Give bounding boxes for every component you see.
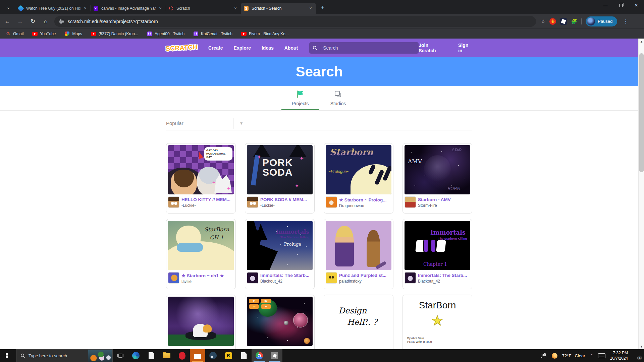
bookmark-youtube[interactable]: YouTube xyxy=(32,31,56,37)
project-card[interactable]: Design HelP.. ? xyxy=(324,295,393,349)
author-avatar[interactable] xyxy=(405,272,416,284)
address-bar[interactable]: scratch.mit.edu/search/projects?q=starbo… xyxy=(54,16,536,27)
author-avatar[interactable] xyxy=(247,196,258,208)
taskbar-app-riot[interactable] xyxy=(174,349,190,362)
restore-button[interactable] xyxy=(613,0,629,11)
project-thumbnail[interactable]: Immortals The Starborn Killing Chapter 1 xyxy=(405,221,470,270)
bookmark-dancin[interactable]: (5377) Dancin (Kron... xyxy=(91,31,138,37)
project-card[interactable]: Immortals The Starborn Killing Proluge I… xyxy=(245,219,315,289)
browser-menu-icon[interactable]: ⋮ xyxy=(623,18,629,24)
taskbar-app-roblox-active[interactable] xyxy=(267,349,282,362)
tab-projects[interactable]: Projects xyxy=(281,86,319,110)
sort-filter-value[interactable]: Popular xyxy=(166,120,183,126)
bookmark-fivem[interactable]: Fivem - Bind Any Ke... xyxy=(241,31,289,37)
adblock-extension-icon[interactable]: ✋ xyxy=(549,18,556,25)
start-button[interactable] xyxy=(0,349,16,362)
author-avatar[interactable] xyxy=(247,272,258,284)
project-thumbnail[interactable] xyxy=(326,221,391,270)
project-author-link[interactable]: lavilie xyxy=(181,279,224,284)
scrollbar-thumb[interactable] xyxy=(639,53,644,172)
dropdown-arrow-icon[interactable]: ▼ xyxy=(239,121,244,126)
project-title-link[interactable]: Immortals: The Starb... xyxy=(418,273,467,278)
tab-close-icon[interactable]: × xyxy=(158,6,163,11)
project-title-link[interactable]: Punz and Purpled st... xyxy=(339,273,386,278)
project-card[interactable]: STAR AMV BORN Starborn - AMV Storm-Fire xyxy=(402,143,472,214)
join-scratch-button[interactable]: Join Scratch xyxy=(419,43,445,53)
scratch-logo[interactable]: SCRATCH xyxy=(165,43,198,52)
taskbar-app-store-active[interactable] xyxy=(190,349,205,362)
people-icon[interactable] xyxy=(540,353,547,358)
project-author-link[interactable]: Blackout_42 xyxy=(260,279,309,284)
author-avatar[interactable] xyxy=(168,196,179,208)
project-card[interactable]: PORK SODA ✦ ✦ ✦ PORK SODA // MEM... -Luc… xyxy=(245,143,315,214)
bookmark-agent00[interactable]: Agent00 - Twitch xyxy=(147,31,184,37)
taskbar-app-notepad[interactable] xyxy=(144,349,159,362)
project-title-link[interactable]: PORK SODA // MEM... xyxy=(260,197,307,202)
nav-link-ideas[interactable]: Ideas xyxy=(262,45,274,51)
project-thumbnail[interactable]: PORK SODA ✦ ✦ ✦ xyxy=(247,145,313,194)
close-window-button[interactable]: × xyxy=(629,0,644,11)
reload-button[interactable]: ↻ xyxy=(28,16,38,27)
forward-button[interactable]: → xyxy=(15,16,25,27)
author-avatar[interactable] xyxy=(405,196,416,208)
home-button[interactable]: ⌂ xyxy=(40,16,51,27)
tray-expand-chevron[interactable]: ⌃ xyxy=(590,353,593,358)
project-card[interactable]: Starborn ~Prologue~ ★ Starborn ~ Prolog.… xyxy=(324,143,393,214)
search-highlight-image[interactable] xyxy=(88,350,112,362)
extensions-puzzle-icon[interactable]: 🧩 xyxy=(571,18,577,24)
profile-paused-pill[interactable]: Paused xyxy=(586,16,617,26)
dice-extension-icon[interactable] xyxy=(560,18,567,25)
project-author-link[interactable]: Dragonoowoo xyxy=(339,203,387,208)
tab-scratch[interactable]: Scratch × xyxy=(166,3,241,14)
action-center-button[interactable]: 4 xyxy=(633,352,641,359)
clock-widget[interactable]: 7:32 PM 10/7/2024 xyxy=(610,350,628,361)
project-thumbnail[interactable]: Immortals The Starborn Killing Proluge xyxy=(247,221,313,270)
tab-close-icon[interactable]: × xyxy=(83,6,88,11)
project-title-link[interactable]: ★ Starborn ~ ch1 ★ xyxy=(181,273,224,278)
project-title-link[interactable]: Immortals: The Starb... xyxy=(260,273,309,278)
project-author-link[interactable]: paladinsfoxy xyxy=(339,279,386,284)
project-card[interactable]: 0 50 10 0 xyxy=(245,295,315,349)
nav-link-explore[interactable]: Explore xyxy=(234,45,251,51)
bookmark-gmail[interactable]: GGmail xyxy=(5,31,23,37)
task-view-button[interactable] xyxy=(113,349,128,362)
project-thumbnail[interactable]: Starborn ~Prologue~ xyxy=(326,145,391,194)
back-button[interactable]: ← xyxy=(2,16,13,27)
taskbar-app-explorer[interactable] xyxy=(159,349,174,362)
nav-link-create[interactable]: Create xyxy=(208,45,223,51)
taskbar-app-rockstar[interactable]: R xyxy=(221,349,236,362)
page-scrollbar[interactable]: ▲ ▼ xyxy=(638,39,644,349)
bookmark-kaicenat[interactable]: KaiCenat - Twitch xyxy=(193,31,232,37)
tab-close-icon[interactable]: × xyxy=(233,6,238,11)
project-author-link[interactable]: Blackout_42 xyxy=(418,279,467,284)
scratch-search-input[interactable]: Search xyxy=(309,42,419,54)
project-thumbnail[interactable] xyxy=(168,297,234,346)
minimize-button[interactable]: — xyxy=(598,0,613,11)
bookmark-star-icon[interactable]: ☆ xyxy=(541,18,545,24)
project-author-link[interactable]: Storm-Fire xyxy=(418,203,451,208)
tab-studios[interactable]: Studios xyxy=(319,86,357,110)
project-thumbnail[interactable]: STAR AMV BORN xyxy=(405,145,470,194)
weather-moon-icon[interactable] xyxy=(552,353,557,359)
nav-link-about[interactable]: About xyxy=(284,45,298,51)
tab-search-chevron-icon[interactable]: ⌄ xyxy=(3,1,14,13)
author-avatar[interactable] xyxy=(168,272,179,284)
project-card[interactable]: ✦ ✦ GAY GAY HOMOSEXUAL GAY HELLO KITTY /… xyxy=(166,143,236,214)
project-card[interactable]: StarBornCH 1 ★ Starborn ~ ch1 ★ lavilie xyxy=(166,219,236,289)
taskbar-app-chrome-active[interactable] xyxy=(252,349,267,362)
project-card[interactable]: StarBorn ★ By Alice VerePEAC Write It 20… xyxy=(402,295,472,349)
taskbar-app-steam[interactable] xyxy=(205,349,221,362)
taskbar-app-edge[interactable] xyxy=(128,349,144,362)
project-thumbnail[interactable]: StarBornCH 1 xyxy=(168,221,234,270)
taskbar-app-document[interactable] xyxy=(236,349,252,362)
tab-flixtor[interactable]: Watch Free Guy (2021) on Flixto × xyxy=(15,3,91,14)
url-text[interactable]: scratch.mit.edu/search/projects?q=starbo… xyxy=(68,19,158,24)
site-settings-icon[interactable] xyxy=(59,19,64,24)
project-author-link[interactable]: -Luckie- xyxy=(181,203,230,208)
bookmark-maps[interactable]: Maps xyxy=(65,31,82,37)
project-title-link[interactable]: HELLO KITTY // MEM... xyxy=(181,197,230,202)
taskbar-search-box[interactable]: Type here to search xyxy=(16,349,113,362)
project-title-link[interactable]: Starborn - AMV xyxy=(418,197,451,202)
project-thumbnail[interactable]: Design HelP.. ? xyxy=(326,297,391,346)
project-author-link[interactable]: -Luckie- xyxy=(260,203,307,208)
